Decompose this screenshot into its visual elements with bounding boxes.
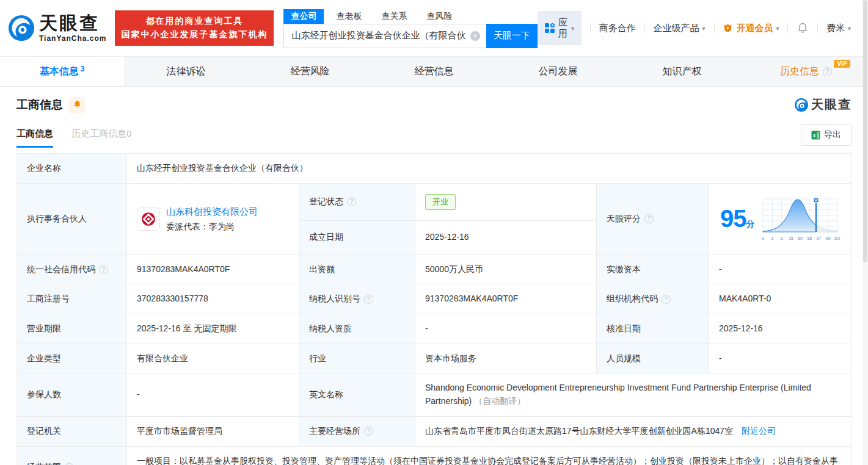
- table-row: 企业类型 有限合伙企业 行业 资本市场服务 人员规模 -: [17, 344, 852, 373]
- divider: [590, 23, 591, 33]
- table-row: 企业名称 山东经开创业投资基金合伙企业（有限合伙）: [17, 154, 852, 184]
- tab-legal-litigation[interactable]: 法律诉讼: [124, 57, 248, 86]
- staff-size-value: -: [709, 344, 852, 373]
- promo-line1: 都在用的商业查询工具: [121, 15, 268, 28]
- help-icon[interactable]: [823, 67, 832, 76]
- main-content: 工商信息 天眼查 工商信息 历史工商信息0 x 导出: [0, 96, 868, 465]
- help-icon[interactable]: [662, 295, 671, 304]
- tianyancha-logo-icon: [7, 14, 35, 42]
- field-label: 执行事务合伙人: [17, 183, 127, 254]
- field-label: 英文名称: [299, 373, 415, 416]
- field-label: 纳税人识别号: [299, 284, 415, 314]
- capital-value: 50000万人民币: [415, 254, 597, 284]
- credit-code-value: 91370283MAK4A0RT0F: [127, 254, 299, 284]
- subscribe-bell-button[interactable]: [69, 97, 85, 113]
- subtab-history-business-info[interactable]: 历史工商信息0: [71, 128, 131, 148]
- industry-value: 资本市场服务: [415, 344, 597, 373]
- divider: [714, 23, 715, 33]
- tab-intellectual-property[interactable]: 知识产权: [620, 57, 744, 86]
- search-tab-relation[interactable]: 查关系: [374, 9, 414, 24]
- tab-history-info[interactable]: VIP 历史信息: [744, 57, 868, 86]
- search-submit-button[interactable]: 天眼一下: [486, 24, 538, 48]
- help-icon[interactable]: [644, 214, 654, 223]
- tianyancha-watermark: 天眼查: [794, 96, 852, 113]
- svg-text:x: x: [813, 132, 816, 138]
- clear-search-icon[interactable]: [470, 31, 480, 41]
- apps-menu-button[interactable]: 应用: [538, 11, 582, 45]
- open-membership-menu[interactable]: 开通会员: [723, 23, 779, 34]
- chevron-down-icon: [702, 25, 706, 32]
- taxpayer-id-value: 91370283MAK4A0RT0F: [415, 284, 597, 314]
- field-label: 核准日期: [597, 314, 709, 344]
- vertical-scrollbar[interactable]: [863, 0, 868, 465]
- search-block: 查公司 查老板 查关系 查风险 天眼一下: [283, 9, 537, 48]
- search-input[interactable]: [283, 24, 486, 48]
- establish-date-value: 2025-12-16: [415, 220, 597, 254]
- table-row: 经营范围 一般项目：以私募基金从事股权投资、投资管理、资产管理等活动（须在中国证…: [17, 446, 852, 465]
- scrollbar-thumb[interactable]: [863, 0, 867, 262]
- company-section-tabs: 基本信息 3 法律诉讼 经营风险 经营信息 公司发展 知识产权 VIP 历史信息: [0, 56, 868, 87]
- business-place-value: 山东省青岛市平度市凤台街道太原路17号山东财经大学平度创新创业园A栋1047室: [425, 426, 733, 436]
- user-account-menu[interactable]: 费米: [826, 23, 851, 34]
- help-icon[interactable]: [99, 265, 108, 274]
- svg-text:99: 99: [826, 236, 831, 240]
- tab-operating-risk[interactable]: 经营风险: [248, 57, 372, 86]
- top-header: 天眼查 TianYanCha.com 都在用的商业查询工具 国家中小企业发展子基…: [0, 0, 868, 56]
- crown-icon: [723, 23, 733, 33]
- status-badge: 开业: [425, 194, 456, 210]
- field-label: 登记状态: [299, 183, 415, 220]
- partner-company-logo: [137, 207, 160, 231]
- svg-text:100: 100: [834, 236, 840, 240]
- section-title: 工商信息: [16, 97, 63, 113]
- svg-text:3: 3: [781, 236, 783, 240]
- nearby-companies-link[interactable]: 附近公司: [742, 426, 776, 436]
- field-label: 营业期限: [17, 314, 127, 344]
- field-label: 统一社会信用代码: [17, 254, 127, 284]
- search-tab-risk[interactable]: 查风险: [419, 9, 459, 24]
- apps-label: 应用: [558, 16, 568, 40]
- subtab-business-info[interactable]: 工商信息: [16, 128, 53, 148]
- table-row: 执行事务合伙人 山东科创投资有限公司 委派代表：李为尚: [17, 183, 852, 220]
- excel-icon: x: [811, 131, 820, 140]
- org-code-value: MAK4A0RT-0: [709, 284, 852, 314]
- reg-number-value: 370283330157778: [127, 284, 299, 314]
- field-label: 实缴资本: [597, 254, 709, 284]
- tab-company-development[interactable]: 公司发展: [496, 57, 620, 86]
- notification-bell-icon[interactable]: [797, 22, 809, 34]
- taxpayer-quality-value: -: [415, 314, 597, 344]
- field-label: 登记机关: [17, 416, 127, 446]
- divider: [644, 23, 645, 33]
- reg-authority-value: 平度市市场监督管理局: [127, 416, 299, 446]
- tab-operating-info[interactable]: 经营信息: [372, 57, 496, 86]
- svg-text:0: 0: [762, 236, 764, 240]
- field-label: 天眼评分: [597, 183, 709, 254]
- help-icon[interactable]: [364, 295, 373, 304]
- watermark-title: 天眼查: [811, 96, 852, 113]
- help-icon[interactable]: [364, 427, 373, 436]
- partner-company-link[interactable]: 山东科创投资有限公司: [166, 204, 258, 218]
- field-label: 行业: [299, 344, 415, 373]
- logo-domain: TianYanCha.com: [39, 34, 106, 43]
- table-row: 营业期限 2025-12-16 至 无固定期限 纳税人资质 - 核准日期 202…: [17, 314, 852, 344]
- help-icon[interactable]: [347, 197, 356, 206]
- tianyancha-logo[interactable]: 天眼查 TianYanCha.com: [7, 14, 106, 43]
- logo-title: 天眼查: [39, 14, 106, 32]
- field-label: 企业类型: [17, 344, 127, 373]
- executive-partner-cell: 山东科创投资有限公司 委派代表：李为尚: [137, 204, 289, 234]
- export-button[interactable]: x 导出: [801, 124, 852, 146]
- field-label: 参保人数: [17, 373, 127, 416]
- search-tab-boss[interactable]: 查老板: [329, 9, 369, 24]
- score-distribution-chart: 0 1 3 15 50 85 97 99 100: [760, 194, 840, 244]
- business-info-table: 企业名称 山东经开创业投资基金合伙企业（有限合伙） 执行事务合伙人: [16, 153, 852, 465]
- chevron-down-icon: [776, 25, 779, 32]
- search-tab-company[interactable]: 查公司: [283, 9, 324, 24]
- enterprise-products-menu[interactable]: 企业级产品: [654, 23, 706, 34]
- tab-basic-info[interactable]: 基本信息 3: [0, 57, 124, 86]
- business-cooperation-link[interactable]: 商务合作: [599, 23, 636, 34]
- approval-date-value: 2025-12-16: [709, 314, 852, 344]
- score-value: 95: [720, 205, 746, 232]
- apps-grid-icon: [545, 23, 555, 33]
- promo-line2: 国家中小企业发展子基金旗下机构: [121, 28, 268, 41]
- basic-info-count: 3: [81, 65, 85, 73]
- svg-text:97: 97: [817, 236, 822, 240]
